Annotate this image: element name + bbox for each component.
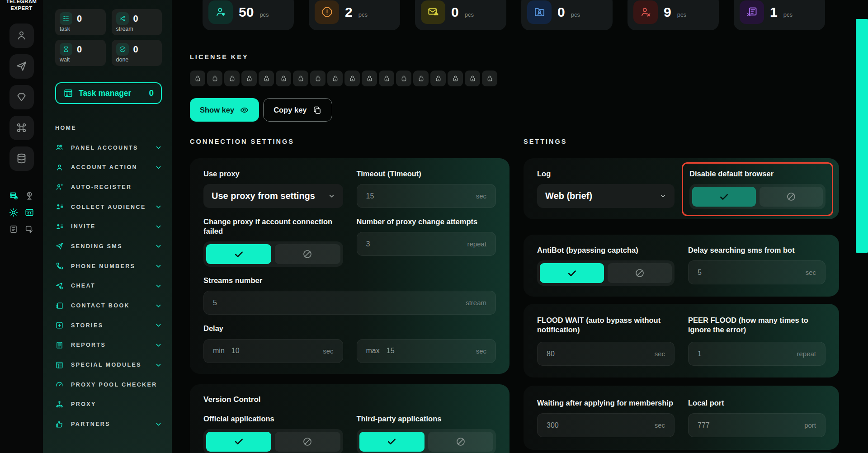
- stat-card-unit: pcs: [571, 11, 580, 18]
- sidebar-item-label: CONTACT BOOK: [71, 302, 130, 309]
- change-proxy-toggle: [203, 241, 343, 267]
- toggle-no-button[interactable]: [275, 432, 340, 452]
- copy-key-button[interactable]: Copy key: [263, 98, 332, 122]
- proxy-attempts-label: Number of proxy change attempts: [357, 217, 496, 226]
- toggle-yes-button[interactable]: [540, 263, 604, 283]
- peer-flood-field: PEER FLOOD (how many times to ignore the…: [688, 316, 826, 366]
- disable-browser-label: Disable default browser: [689, 169, 826, 179]
- delay-min-input[interactable]: min 10 sec: [203, 339, 343, 363]
- toggle-no-button[interactable]: [760, 187, 823, 207]
- sidebar-item-collect-audience[interactable]: COLLECT AUDIENCE: [55, 197, 162, 217]
- toggle-no-button[interactable]: [428, 432, 493, 452]
- official-apps-toggle: [203, 429, 343, 453]
- hourglass-icon: [60, 43, 72, 56]
- stat-value: 0: [133, 14, 138, 24]
- connection-settings-title: CONNECTION SETTINGS: [190, 138, 509, 145]
- use-proxy-label: Use proxy: [203, 169, 343, 179]
- delay-max-input[interactable]: max 15 sec: [357, 339, 496, 363]
- check-icon: [387, 436, 397, 447]
- sidebar-item-account-action[interactable]: ACCOUNT ACTION: [55, 157, 162, 177]
- delay-sms-field: Delay searching sms from bot 5 sec: [688, 245, 826, 286]
- sidebar-item-cheat[interactable]: CHEAT: [55, 276, 162, 296]
- sidebar-item-phone-numbers[interactable]: PHONE NUMBERS: [55, 256, 162, 276]
- stat-card: 50 pcs: [203, 0, 294, 30]
- sidebar-item-proxy-pool-checker[interactable]: PROXY POOL CHECKER: [55, 375, 162, 395]
- chevron-down-icon: [155, 144, 162, 151]
- user-heart-icon: [208, 0, 233, 24]
- window-undo-icon[interactable]: [24, 224, 35, 234]
- toggle-no-button[interactable]: [608, 263, 672, 283]
- show-key-button[interactable]: Show key: [190, 98, 259, 122]
- user-x-icon: [633, 0, 658, 24]
- connection-settings-card: Use proxy Use proxy from settings Timeou…: [190, 158, 509, 374]
- stat-value: 0: [77, 44, 82, 55]
- toggle-yes-button[interactable]: [359, 432, 425, 452]
- chevron-down-icon: [155, 164, 162, 171]
- thumbs-up-icon: [55, 420, 65, 429]
- stat-card-unit: pcs: [465, 11, 474, 18]
- sidebar-item-panel-accounts[interactable]: PANEL ACCOUNTS: [55, 138, 162, 158]
- stat-value: 0: [133, 44, 138, 55]
- toggle-no-button[interactable]: [275, 244, 340, 264]
- sidebar-item-label: PARTNERS: [71, 421, 110, 427]
- server-check-icon[interactable]: [8, 191, 19, 201]
- rail-send-button[interactable]: [9, 54, 34, 79]
- rail-database-button[interactable]: [9, 146, 34, 171]
- doc-icon[interactable]: [8, 224, 19, 234]
- user-cam-icon[interactable]: [24, 191, 35, 201]
- sidebar-item-proxy[interactable]: PROXY: [55, 395, 162, 415]
- gauge-icon: [55, 380, 65, 389]
- official-apps-field: Official applications: [203, 414, 343, 453]
- task-manager-button[interactable]: Task manager 0: [55, 82, 162, 104]
- proxy-attempts-field: Number of proxy change attempts 3 repeat: [357, 217, 496, 267]
- local-port-input[interactable]: 777 port: [688, 413, 826, 437]
- sidebar-item-sending-sms[interactable]: SENDING SMS: [55, 236, 162, 256]
- sidebar-item-stories[interactable]: STORIES: [55, 316, 162, 335]
- sidebar-item-invite[interactable]: INVITE: [55, 217, 162, 236]
- stat-card-unit: pcs: [677, 11, 686, 18]
- sidebar-stat-grid: 0 task 0 stream 0 wait 0 done: [55, 9, 162, 66]
- streams-input[interactable]: 5 stream: [203, 291, 496, 315]
- rail-command-button[interactable]: [9, 116, 34, 140]
- log-field: Log Web (brief): [537, 169, 675, 208]
- toggle-yes-button[interactable]: [206, 432, 271, 452]
- timeout-input[interactable]: 15 sec: [357, 184, 496, 208]
- highlight-box: Disable default browser: [682, 162, 833, 216]
- use-proxy-select[interactable]: Use proxy from settings: [203, 184, 343, 208]
- log-select[interactable]: Web (brief): [537, 184, 675, 208]
- gear-icon[interactable]: [8, 208, 19, 217]
- rail-diamond-button[interactable]: [9, 85, 34, 109]
- scrollbar-thumb[interactable]: [856, 19, 868, 253]
- membership-input[interactable]: 300 sec: [537, 413, 675, 437]
- no-icon: [455, 436, 466, 447]
- stats-row: 50 pcs 2 pcs 0 pcs 0 pcs 9 pcs 1 pcs: [203, 0, 825, 30]
- log-browser-card: Log Web (brief) Disable default browser: [524, 158, 839, 219]
- sidebar-item-reports[interactable]: REPORTS: [55, 335, 162, 355]
- toggle-yes-button[interactable]: [206, 244, 271, 264]
- sidebar-item-auto-register[interactable]: AUTO-REGISTER: [55, 177, 162, 197]
- lock-icon: [430, 71, 446, 86]
- sidebar-item-special-modules[interactable]: SPECIAL MODULES: [55, 355, 162, 375]
- delay-sms-input[interactable]: 5 sec: [688, 260, 826, 284]
- stat-card: 2 pcs: [309, 0, 400, 30]
- rail-user-button[interactable]: [9, 24, 34, 48]
- flood-wait-input[interactable]: 80 sec: [537, 342, 675, 366]
- send-icon: [15, 60, 28, 72]
- proxy-attempts-input[interactable]: 3 repeat: [357, 232, 496, 256]
- warning-octagon-icon: [315, 0, 339, 24]
- toggle-yes-button[interactable]: [692, 187, 756, 207]
- stat-card: 9 pcs: [627, 0, 719, 30]
- code-window-icon[interactable]: [24, 208, 35, 217]
- peer-flood-input[interactable]: 1 repeat: [688, 342, 826, 366]
- sidebar-item-contact-book[interactable]: CONTACT BOOK: [55, 296, 162, 316]
- user-icon: [55, 163, 65, 172]
- sidebar-item-partners[interactable]: PARTNERS: [55, 414, 162, 434]
- scrollbar: [856, 0, 868, 453]
- sidebar-item-home[interactable]: HOME: [55, 118, 162, 138]
- streams-field: Streams number 5 stream: [203, 276, 496, 315]
- sidebar-item-label: COLLECT AUDIENCE: [71, 204, 146, 210]
- sidebar-item-label: STORIES: [71, 322, 103, 329]
- no-icon: [302, 436, 313, 447]
- user-list-icon: [55, 222, 65, 231]
- send-icon: [55, 242, 65, 250]
